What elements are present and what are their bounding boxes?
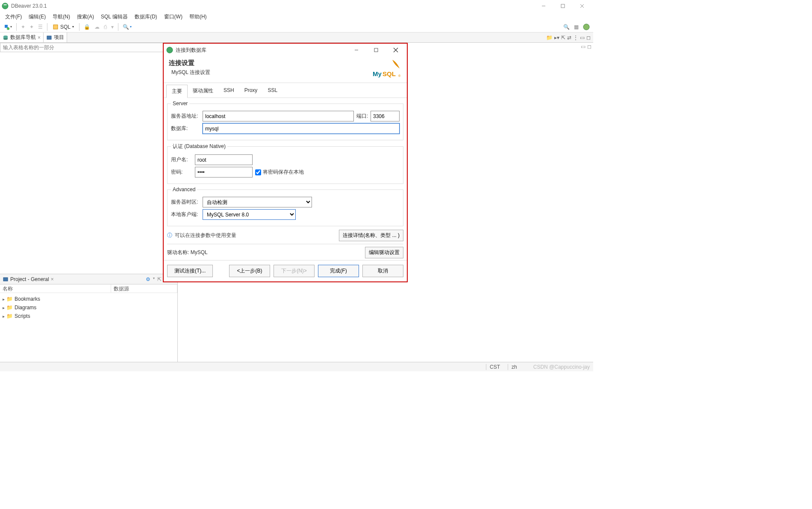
svg-text:®: ® xyxy=(398,74,401,77)
tab-projects[interactable]: 项目 xyxy=(44,33,67,42)
tab-main[interactable]: 主要 xyxy=(166,85,188,98)
timezone-label: 服务器时区: xyxy=(171,198,200,206)
project-icon xyxy=(3,276,9,282)
filter-icon[interactable]: ▸▾ xyxy=(554,35,559,41)
save-password-check[interactable] xyxy=(255,169,261,175)
dialog-title: 连接到数据库 xyxy=(176,47,345,54)
dialog-maximize-button[interactable] xyxy=(368,44,385,56)
toolbar-btn-1[interactable]: ✦ xyxy=(19,23,27,31)
connection-details-button[interactable]: 连接详情(名称、类型 ... ) xyxy=(339,230,403,241)
next-button[interactable]: 下一步(N)> xyxy=(274,265,315,277)
svg-text:SQL: SQL xyxy=(382,70,396,77)
maximize-view-icon[interactable]: ◻ xyxy=(586,35,591,41)
test-connection-button[interactable]: 测试连接(T)... xyxy=(167,265,213,277)
port-input[interactable] xyxy=(371,111,400,121)
maximize-editor-icon[interactable]: ◻ xyxy=(587,44,591,50)
database-input[interactable] xyxy=(203,123,400,134)
menu-navigate[interactable]: 导航(N) xyxy=(49,12,74,21)
search-icon[interactable]: 🔍 xyxy=(562,23,571,31)
project-node-scripts[interactable]: 📁Scripts xyxy=(3,312,175,320)
perspective-icon[interactable]: ▦ xyxy=(572,23,580,31)
navigator-tree-empty xyxy=(0,52,177,274)
menu-database[interactable]: 数据库(D) xyxy=(131,12,161,21)
toolbar-btn-2[interactable]: ✦ xyxy=(28,23,35,31)
finish-button[interactable]: 完成(F) xyxy=(318,265,359,277)
maximize-button[interactable] xyxy=(553,0,572,12)
collapse-icon[interactable]: ⇱ xyxy=(157,276,162,282)
status-lang: zh xyxy=(508,364,521,370)
host-input[interactable] xyxy=(203,111,354,121)
col-name[interactable]: 名称 xyxy=(0,284,111,293)
advanced-legend: Advanced xyxy=(171,186,197,192)
menu-sql-editor[interactable]: SQL 编辑器 xyxy=(97,12,131,21)
menu-help[interactable]: 帮助(H) xyxy=(186,12,210,21)
svg-rect-13 xyxy=(47,36,51,39)
sql-editor-button[interactable]: SQL ▾ xyxy=(50,23,76,31)
commit-dropdown[interactable]: ▾ xyxy=(109,23,115,31)
minimize-view-icon[interactable]: ▭ xyxy=(580,35,585,41)
username-input[interactable] xyxy=(195,154,253,165)
dialog-titlebar[interactable]: 连接到数据库 xyxy=(164,44,407,56)
app-icon xyxy=(2,3,9,9)
close-button[interactable] xyxy=(572,0,591,12)
auth-fieldset: 认证 (Database Native) 用户名: 密码: 将密码保存在本地 xyxy=(167,143,403,184)
back-button[interactable]: <上一步(B) xyxy=(229,265,270,277)
collapse-icon[interactable]: ⇱ xyxy=(561,35,565,41)
dialog-header: 连接设置 MySQL 连接设置 My SQL ® xyxy=(164,56,407,83)
tab-ssh[interactable]: SSH xyxy=(218,85,239,98)
menubar: 文件(F) 编辑(E) 导航(N) 搜索(A) SQL 编辑器 数据库(D) 窗… xyxy=(0,12,593,21)
new-connection-button[interactable]: +▾ xyxy=(2,23,14,31)
col-datasource[interactable]: 数据源 xyxy=(111,284,177,293)
svg-rect-3 xyxy=(561,4,565,8)
save-password-checkbox[interactable]: 将密码保存在本地 xyxy=(255,169,304,176)
close-icon[interactable] xyxy=(38,35,41,41)
folder-icon: 📁 xyxy=(6,296,13,302)
print-icon[interactable]: ⎙ xyxy=(102,23,109,31)
dialog-footer: 测试连接(T)... <上一步(B) 下一步(N)> 完成(F) 取消 xyxy=(164,260,407,281)
settings-dropdown[interactable]: ▾ xyxy=(153,276,155,282)
svg-point-15 xyxy=(167,47,173,53)
advanced-fieldset: Advanced 服务器时区: 自动检测 本地客户端: MySQL Server… xyxy=(167,186,403,226)
cancel-button[interactable]: 取消 xyxy=(362,265,403,277)
window-title: DBeaver 23.0.1 xyxy=(11,3,534,9)
minimize-editor-icon[interactable]: ▭ xyxy=(581,44,585,50)
password-input[interactable] xyxy=(195,167,253,178)
toolbar-btn-3[interactable]: ☰ xyxy=(36,23,44,31)
svg-rect-17 xyxy=(374,48,378,52)
dialog-minimize-button[interactable] xyxy=(348,44,365,56)
menu-edit[interactable]: 编辑(E) xyxy=(25,12,49,21)
menu-search[interactable]: 搜索(A) xyxy=(74,12,97,21)
view-menu-icon[interactable]: ⋮ xyxy=(573,35,578,41)
svg-text:+: + xyxy=(7,27,9,30)
navigator-filter-input[interactable] xyxy=(0,43,177,52)
svg-point-1 xyxy=(3,4,7,6)
project-columns: 名称 数据源 xyxy=(0,284,177,293)
project-node-bookmarks[interactable]: 📁Bookmarks xyxy=(3,295,175,303)
link-icon[interactable]: ⇄ xyxy=(567,35,571,41)
cloud-icon[interactable]: ☁ xyxy=(93,23,101,31)
svg-rect-14 xyxy=(3,278,8,281)
menu-file[interactable]: 文件(F) xyxy=(2,12,25,21)
project-icon xyxy=(46,35,52,41)
local-client-select[interactable]: MySQL Server 8.0 xyxy=(203,209,296,220)
database-label: 数据库: xyxy=(171,125,200,132)
dbeaver-perspective-icon[interactable] xyxy=(581,23,591,31)
tab-ssl[interactable]: SSL xyxy=(262,85,282,98)
minimize-button[interactable] xyxy=(534,0,553,12)
timezone-select[interactable]: 自动检测 xyxy=(203,197,312,207)
project-node-diagrams[interactable]: 📁Diagrams xyxy=(3,303,175,312)
search-dropdown[interactable]: 🔍▾ xyxy=(121,23,133,31)
menu-window[interactable]: 窗口(W) xyxy=(161,12,186,21)
server-legend: Server xyxy=(171,101,189,107)
lock-icon[interactable]: 🔒 xyxy=(82,23,92,31)
new-folder-icon[interactable]: 📁 xyxy=(546,35,553,41)
tab-proxy[interactable]: Proxy xyxy=(239,85,263,98)
tab-database-navigator[interactable]: 数据库导航 xyxy=(0,33,44,42)
settings-icon[interactable]: ⚙ xyxy=(146,276,150,282)
tab-driver-properties[interactable]: 驱动属性 xyxy=(188,85,218,98)
svg-point-12 xyxy=(3,38,8,40)
dialog-close-button[interactable] xyxy=(387,44,404,56)
close-icon[interactable] xyxy=(51,276,54,282)
driver-name-label: 驱动名称: MySQL xyxy=(167,249,208,256)
edit-driver-button[interactable]: 编辑驱动设置 xyxy=(365,247,403,258)
